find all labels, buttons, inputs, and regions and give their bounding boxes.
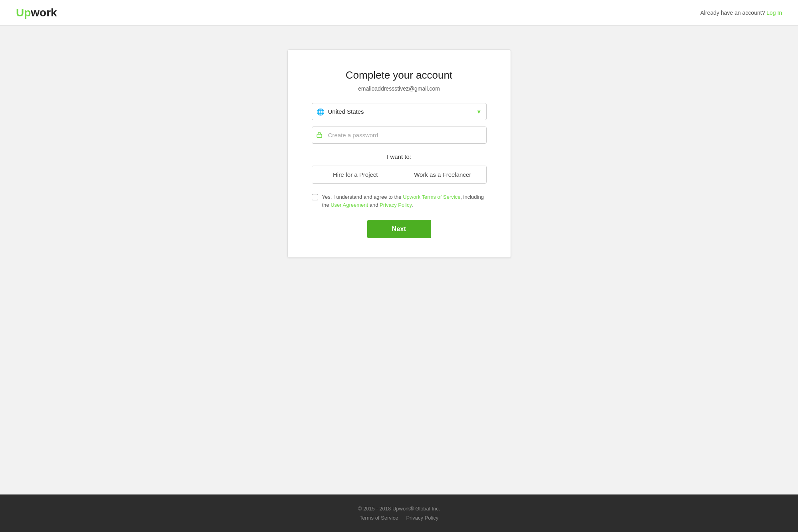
card-title: Complete your account: [312, 69, 487, 81]
country-select[interactable]: United States United Kingdom Canada Aust…: [312, 103, 487, 120]
intent-toggle-group: Hire for a Project Work as a Freelancer: [312, 166, 487, 184]
password-field-wrapper: [312, 127, 487, 144]
hire-for-project-button[interactable]: Hire for a Project: [312, 166, 400, 183]
terms-text-1: Yes, I understand and agree to the: [322, 194, 402, 200]
terms-checkbox[interactable]: [312, 194, 318, 200]
footer: © 2015 - 2018 Upwork® Global Inc. Terms …: [0, 494, 798, 532]
want-to-label: I want to:: [312, 153, 487, 160]
terms-text: Yes, I understand and agree to the Upwor…: [322, 193, 487, 209]
footer-links: Terms of Service Privacy Policy: [8, 515, 790, 521]
logo-up: Up: [16, 6, 31, 19]
login-link[interactable]: Log In: [766, 10, 782, 16]
footer-copyright: © 2015 - 2018 Upwork® Global Inc.: [8, 506, 790, 512]
main-content: Complete your account emalioaddressstive…: [0, 26, 798, 494]
card-email: emalioaddressstivez@gmail.com: [312, 85, 487, 92]
header-right: Already have an account? Log In: [700, 10, 782, 16]
footer-terms-link[interactable]: Terms of Service: [360, 515, 398, 521]
work-as-freelancer-button[interactable]: Work as a Freelancer: [399, 166, 486, 183]
terms-of-service-link[interactable]: Upwork Terms of Service: [403, 194, 460, 200]
header: Upwork Already have an account? Log In: [0, 0, 798, 26]
signup-card: Complete your account emalioaddressstive…: [287, 49, 511, 258]
terms-wrapper: Yes, I understand and agree to the Upwor…: [312, 193, 487, 209]
country-field-wrapper: 🌐 United States United Kingdom Canada Au…: [312, 103, 487, 120]
logo-work: work: [31, 6, 57, 19]
terms-text-3: and: [370, 202, 378, 208]
privacy-policy-link[interactable]: Privacy Policy: [380, 202, 412, 208]
password-input[interactable]: [312, 127, 487, 144]
next-button[interactable]: Next: [367, 220, 431, 238]
user-agreement-link[interactable]: User Agreement: [331, 202, 368, 208]
footer-privacy-link[interactable]: Privacy Policy: [406, 515, 438, 521]
already-account-text: Already have an account?: [700, 10, 765, 16]
terms-text-4: .: [412, 202, 413, 208]
logo[interactable]: Upwork: [16, 6, 57, 19]
